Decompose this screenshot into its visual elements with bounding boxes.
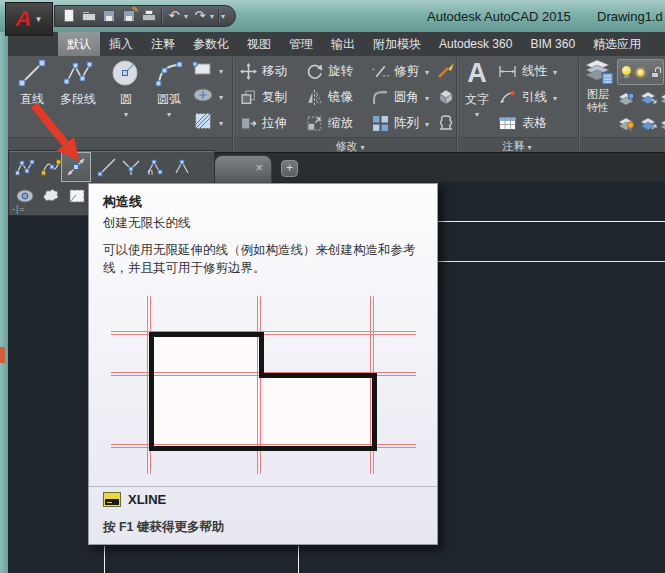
redo-icon[interactable]: ↷ (192, 8, 208, 24)
move-icon (240, 63, 257, 80)
new-drawing-tab-button[interactable]: + (281, 160, 298, 177)
button-label: 圆 (120, 91, 132, 108)
rotate-button[interactable]: 旋转 (306, 60, 353, 82)
stamp-tool-button[interactable] (436, 112, 456, 134)
dropdown-icon[interactable] (553, 90, 557, 104)
array-button[interactable]: 阵列 (372, 112, 429, 134)
leader-button[interactable]: 引线 (498, 86, 557, 108)
tab-featured-apps[interactable]: 精选应用 (584, 32, 650, 56)
modify-panel-label[interactable]: 修改 (270, 139, 430, 154)
dropdown-icon[interactable] (219, 60, 223, 78)
3d-object-button[interactable] (436, 86, 456, 108)
layer-freeze-button[interactable] (640, 90, 658, 106)
leader-icon (498, 90, 517, 105)
undo-icon[interactable]: ↶ (166, 8, 182, 24)
dropdown-icon[interactable] (425, 64, 429, 78)
autocad-logo-icon: A (16, 6, 32, 32)
layer-on-bulb-icon[interactable] (621, 65, 630, 79)
save-as-icon[interactable]: ✎ (121, 8, 137, 24)
tab-view[interactable]: 视图 (238, 32, 280, 56)
dropdown-icon[interactable] (475, 109, 479, 118)
layer-walk-button[interactable] (640, 116, 658, 132)
close-tab-icon[interactable]: × (255, 161, 263, 175)
toolbar-divide-button[interactable]: n (145, 155, 169, 179)
layer-tool-button[interactable] (660, 90, 665, 106)
circle-button[interactable]: 圆 (104, 58, 148, 118)
plot-icon[interactable] (141, 8, 157, 24)
redo-dropdown-icon[interactable] (210, 12, 214, 21)
customize-qat-icon[interactable] (221, 12, 225, 21)
toolbar-spline-button[interactable] (39, 155, 63, 179)
polyline-button[interactable]: 多段线 (52, 58, 104, 108)
toolbar-line-button[interactable] (95, 155, 119, 179)
ellipse-button[interactable] (192, 86, 223, 104)
button-label-line2: 特性 (587, 101, 609, 114)
toolbar-revision-cloud-button[interactable] (39, 184, 63, 208)
linear-dimension-button[interactable]: 线性 (498, 60, 557, 82)
dropdown-icon[interactable] (219, 86, 223, 104)
mirror-button[interactable]: 镜像 (306, 86, 353, 108)
trim-button[interactable]: 修剪 (372, 60, 429, 82)
toolbar-polyline-button[interactable] (13, 155, 37, 179)
dropdown-icon (361, 140, 365, 152)
button-label: 文字 (465, 91, 489, 108)
table-button[interactable]: 表格 (498, 112, 547, 134)
tab-annotate[interactable]: 注释 (142, 32, 184, 56)
button-label: 引线 (522, 89, 547, 106)
button-label: 拉伸 (262, 115, 287, 132)
tab-home[interactable]: 默认 (58, 32, 100, 56)
arc-button[interactable]: 圆弧 (146, 58, 192, 118)
dropdown-icon[interactable] (167, 109, 171, 118)
rectangle-button[interactable] (192, 60, 223, 78)
toolbar-grip-icon[interactable]: -|= (12, 204, 26, 214)
stretch-button[interactable]: 拉伸 (240, 112, 287, 134)
open-file-icon[interactable] (81, 8, 97, 24)
ellipse-icon (192, 86, 214, 104)
arc-icon (154, 58, 184, 88)
annotation-panel-label[interactable]: 注释 (456, 139, 578, 154)
stretch-icon (240, 115, 257, 132)
toolbar-ray-button[interactable] (119, 155, 143, 179)
tab-parametric[interactable]: 参数化 (184, 32, 238, 56)
match-properties-button[interactable] (436, 60, 456, 82)
layer-properties-button[interactable]: 图层 特性 (578, 58, 618, 114)
line-button[interactable]: 直线 (10, 58, 54, 108)
text-button[interactable]: A 文字 (458, 58, 496, 118)
undo-dropdown-icon[interactable] (184, 12, 188, 21)
tab-addins[interactable]: 附加模块 (364, 32, 430, 56)
tab-bim360[interactable]: BIM 360 (521, 32, 584, 56)
copy-icon (240, 89, 257, 106)
save-icon[interactable] (101, 8, 117, 24)
tab-autodesk360[interactable]: Autodesk 360 (430, 32, 521, 56)
fillet-button[interactable]: 圆角 (372, 86, 429, 108)
circle-icon (110, 58, 142, 88)
dropdown-icon[interactable] (553, 64, 557, 78)
dropdown-icon[interactable] (425, 116, 429, 130)
move-button[interactable]: 移动 (240, 60, 287, 82)
layer-thaw-sun-icon[interactable] (634, 66, 646, 79)
dropdown-icon[interactable] (124, 109, 128, 118)
copy-button[interactable]: 复制 (240, 86, 287, 108)
hatch-button[interactable] (192, 112, 223, 130)
layer-unlock-icon[interactable] (650, 66, 660, 79)
tab-output[interactable]: 输出 (322, 32, 364, 56)
button-label: 阵列 (394, 115, 419, 132)
tooltip-help-hint: 按 F1 键获得更多帮助 (103, 519, 225, 536)
drawing-file-tab[interactable]: × (214, 155, 272, 183)
scale-button[interactable]: 缩放 (306, 112, 353, 134)
tab-manage[interactable]: 管理 (280, 32, 322, 56)
window-edge-artifact (0, 347, 5, 363)
toolbar-boundary-button[interactable] (65, 184, 89, 208)
layer-isolate-button[interactable] (618, 90, 636, 106)
dropdown-icon[interactable] (425, 90, 429, 104)
layer-off-button[interactable] (618, 116, 636, 132)
drawn-xline-vertical-2 (298, 546, 299, 573)
application-menu-button[interactable]: A ▼ (5, 2, 53, 36)
dropdown-icon[interactable] (219, 112, 223, 130)
layer-tool-button[interactable] (660, 116, 665, 132)
tab-insert[interactable]: 插入 (100, 32, 142, 56)
toolbar-measure-button[interactable] (171, 155, 195, 179)
button-label-line1: 图层 (587, 88, 609, 101)
new-file-icon[interactable] (61, 8, 77, 24)
linear-dim-icon (498, 64, 517, 79)
